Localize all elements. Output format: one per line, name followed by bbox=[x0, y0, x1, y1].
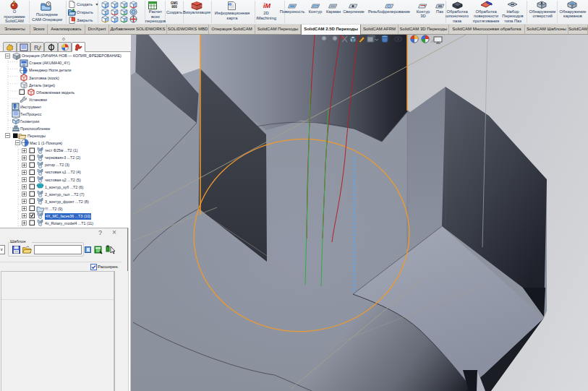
svg-text:i: i bbox=[229, 3, 230, 7]
svg-text:R: R bbox=[34, 44, 39, 51]
